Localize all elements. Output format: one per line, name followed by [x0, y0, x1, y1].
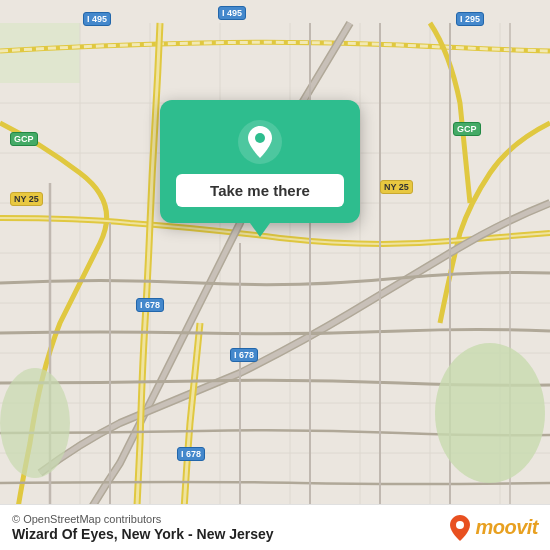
map-roads — [0, 0, 550, 550]
popup-card: Take me there — [160, 100, 360, 223]
svg-point-27 — [435, 343, 545, 483]
road-label-i678-3: I 678 — [177, 447, 205, 461]
location-pin-icon — [238, 120, 282, 164]
bottom-left-info: © OpenStreetMap contributors Wizard Of E… — [12, 513, 274, 542]
road-label-i495-left: I 495 — [83, 12, 111, 26]
moovit-logo: moovit — [449, 514, 538, 542]
map-container: I 495 I 495 I 295 GCP GCP NY 25 NY 25 I … — [0, 0, 550, 550]
take-me-there-button[interactable]: Take me there — [176, 174, 344, 207]
road-label-ny25-right: NY 25 — [380, 180, 413, 194]
osm-credit: © OpenStreetMap contributors — [12, 513, 274, 525]
road-label-gcp-right: GCP — [453, 122, 481, 136]
road-label-i495-center: I 495 — [218, 6, 246, 20]
svg-point-30 — [255, 133, 265, 143]
location-label: Wizard Of Eyes, New York - New Jersey — [12, 526, 274, 542]
road-label-ny25-left: NY 25 — [10, 192, 43, 206]
road-label-i678-2: I 678 — [230, 348, 258, 362]
svg-point-31 — [456, 521, 464, 529]
road-label-gcp-left: GCP — [10, 132, 38, 146]
road-label-i678-1: I 678 — [136, 298, 164, 312]
svg-point-28 — [0, 368, 70, 478]
bottom-bar: © OpenStreetMap contributors Wizard Of E… — [0, 504, 550, 550]
road-label-i295-right: I 295 — [456, 12, 484, 26]
moovit-pin-icon — [449, 514, 471, 542]
moovit-text: moovit — [475, 516, 538, 539]
svg-rect-3 — [0, 23, 80, 83]
